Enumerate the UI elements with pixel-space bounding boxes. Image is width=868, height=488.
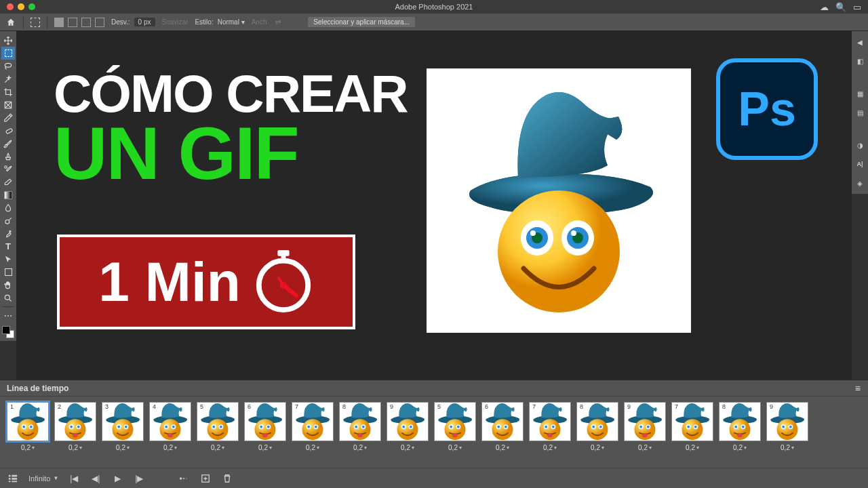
frame-delay[interactable]: 0,2 <box>258 444 272 451</box>
timeline-frame[interactable]: 6 0,2 <box>481 402 524 451</box>
timeline-frame[interactable]: 7 0,2 <box>292 402 334 451</box>
tool-eyedropper[interactable] <box>1 111 15 124</box>
panel-3d-icon[interactable]: ◈ <box>854 178 865 188</box>
timeline-frame[interactable]: 5 0,2 <box>434 402 476 451</box>
home-button[interactable] <box>5 17 16 28</box>
loop-dropdown[interactable]: Infinito▼ <box>28 474 58 483</box>
frame-delay[interactable]: 0,2 <box>21 444 35 451</box>
frame-delay[interactable]: 0,2 <box>591 444 604 451</box>
tool-type[interactable]: T <box>1 240 15 253</box>
frame-delay[interactable]: 0,2 <box>733 444 747 451</box>
frame-delay[interactable]: 0,2 <box>211 444 224 451</box>
frame-delay[interactable]: 0,2 <box>543 444 557 451</box>
timeline-frame[interactable]: 8 0,2 <box>719 402 761 451</box>
selection-mode-group[interactable] <box>54 18 104 27</box>
convert-timeline-icon[interactable] <box>7 472 19 485</box>
timeline-menu-icon[interactable]: ≡ <box>855 383 861 394</box>
tool-move[interactable] <box>1 34 15 47</box>
select-and-mask-button[interactable]: Seleccionar y aplicar máscara... <box>308 17 415 27</box>
minimize-window-icon[interactable] <box>18 3 24 10</box>
color-swatches[interactable] <box>2 326 14 338</box>
tool-frame[interactable] <box>1 98 15 111</box>
frame-delay[interactable]: 0,2 <box>116 444 130 451</box>
tool-lasso[interactable] <box>1 60 15 73</box>
timeline-frame[interactable]: 8 0,2 <box>339 402 381 451</box>
frame-number: 9 <box>626 403 632 410</box>
timeline-frame[interactable]: 6 0,2 <box>244 402 286 451</box>
timeline-frame[interactable]: 1 0,2 <box>7 402 49 451</box>
tween-button[interactable] <box>178 472 190 485</box>
panel-character-icon[interactable]: A| <box>854 159 865 169</box>
search-icon[interactable]: 🔍 <box>835 2 846 12</box>
svg-point-97 <box>599 426 602 428</box>
tool-healing[interactable] <box>1 124 15 137</box>
svg-point-45 <box>208 419 229 440</box>
selection-new-icon[interactable] <box>54 18 64 27</box>
close-window-icon[interactable] <box>7 3 14 10</box>
tool-edit-toolbar[interactable]: ⋯ <box>1 309 15 322</box>
timeline-frame[interactable]: 2 0,2 <box>54 402 96 451</box>
panel-swatches-icon[interactable]: ▦ <box>854 88 865 99</box>
timeline-title: Línea de tiempo <box>7 384 68 393</box>
tool-brush[interactable] <box>1 137 15 150</box>
timeline-frame[interactable]: 9 0,2 <box>624 402 666 451</box>
play-button[interactable]: ▶ <box>111 472 123 485</box>
frame-delay[interactable]: 0,2 <box>68 444 82 451</box>
feather-value[interactable]: 0 px <box>134 18 155 26</box>
tool-hand[interactable] <box>1 279 15 291</box>
tool-blur[interactable] <box>1 201 15 214</box>
tool-pen[interactable] <box>1 227 15 240</box>
first-frame-button[interactable]: |◀ <box>68 472 80 485</box>
timeline-panel: Línea de tiempo ≡ 1 0,22 0,23 0,24 0,25 <box>0 380 868 488</box>
panel-libraries-icon[interactable]: ▤ <box>854 107 865 118</box>
workspace-icon[interactable]: ▭ <box>853 2 861 12</box>
timeline-frame[interactable]: 3 0,2 <box>102 402 144 451</box>
svg-rect-127 <box>12 478 17 480</box>
tool-gradient[interactable] <box>1 188 15 201</box>
frame-delay[interactable]: 0,2 <box>638 444 652 451</box>
frame-delay[interactable]: 0,2 <box>306 444 319 451</box>
frame-delay[interactable]: 0,2 <box>496 444 509 451</box>
tool-clone[interactable] <box>1 150 15 163</box>
tool-dodge[interactable] <box>1 214 15 227</box>
frame-delay[interactable]: 0,2 <box>448 444 462 451</box>
timeline-frame[interactable]: 7 0,2 <box>671 402 713 451</box>
timeline-frame[interactable]: 9 0,2 <box>766 402 808 451</box>
tool-zoom[interactable] <box>1 291 15 304</box>
prev-frame-button[interactable]: ◀| <box>90 472 102 485</box>
timeline-frame[interactable]: 4 0,2 <box>149 402 191 451</box>
tool-path-select[interactable] <box>1 253 15 266</box>
frame-delay[interactable]: 0,2 <box>686 444 699 451</box>
maximize-window-icon[interactable] <box>28 3 35 10</box>
foreground-color-swatch[interactable] <box>2 326 10 334</box>
timeline-frame[interactable]: 9 0,2 <box>387 402 429 451</box>
panel-color-icon[interactable]: ◧ <box>854 56 865 66</box>
panel-adjustments-icon[interactable]: ◑ <box>854 140 865 150</box>
tool-history-brush[interactable] <box>1 163 15 176</box>
document-canvas[interactable] <box>427 68 691 333</box>
frame-delay[interactable]: 0,2 <box>401 444 414 451</box>
selection-intersect-icon[interactable] <box>95 18 104 27</box>
selection-subtract-icon[interactable] <box>81 18 91 27</box>
frame-delay[interactable]: 0,2 <box>781 444 794 451</box>
frame-delay[interactable]: 0,2 <box>163 444 177 451</box>
tool-marquee[interactable] <box>1 47 15 60</box>
tool-crop[interactable] <box>1 85 15 98</box>
tool-eraser[interactable] <box>1 176 15 188</box>
frame-number: 5 <box>199 403 205 410</box>
canvas-area: CÓMO CREAR UN GIF 1 Min <box>16 31 852 380</box>
frame-delay[interactable]: 0,2 <box>353 444 367 451</box>
cloud-icon[interactable]: ☁ <box>820 2 829 12</box>
timeline-frame[interactable]: 5 0,2 <box>197 402 239 451</box>
style-dropdown[interactable]: Normal ▾ <box>218 18 245 26</box>
timeline-frame[interactable]: 7 0,2 <box>529 402 571 451</box>
delete-frame-button[interactable] <box>221 472 233 485</box>
next-frame-button[interactable]: |▶ <box>133 472 145 485</box>
tool-rectangle[interactable] <box>1 266 15 279</box>
new-frame-button[interactable] <box>199 472 212 485</box>
selection-add-icon[interactable] <box>68 18 77 27</box>
tool-magic-wand[interactable] <box>1 73 15 85</box>
timeline-frame[interactable]: 8 0,2 <box>576 402 618 451</box>
svg-point-42 <box>165 426 167 428</box>
expand-panels-icon[interactable]: ◀ <box>854 37 865 47</box>
